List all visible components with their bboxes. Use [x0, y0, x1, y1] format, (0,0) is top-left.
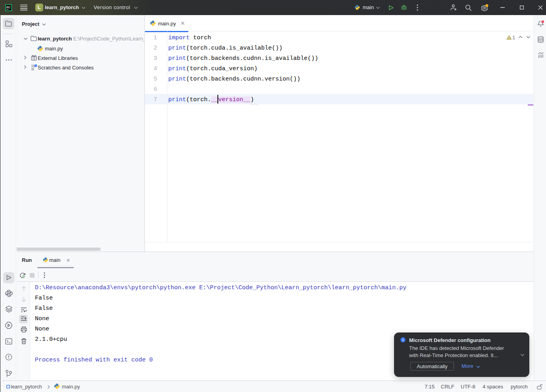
- svg-text:PC: PC: [6, 6, 11, 9]
